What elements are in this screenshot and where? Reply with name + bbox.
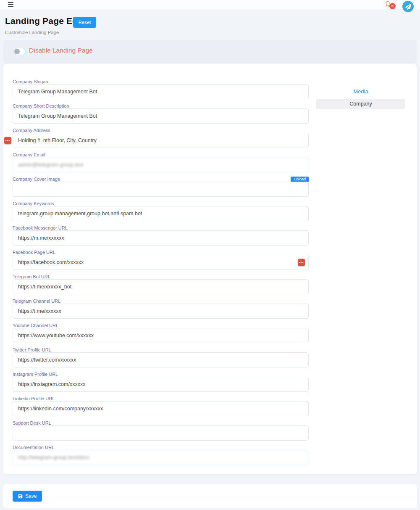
field-input-telegram-channel-url[interactable]: [13, 304, 309, 319]
form-group-support-desk-url: Support Desk URL: [13, 421, 309, 441]
field-label-company-email: Company Email: [13, 153, 45, 157]
form-group-company-slogan: Company Slogan: [13, 79, 309, 99]
form-group-company-short-description: Company Short Description: [13, 104, 309, 124]
field-label-company-address: Company Address: [13, 128, 50, 133]
field-label-telegram-bot-url: Telegram Bot URL: [13, 275, 50, 279]
field-input-company-keywords[interactable]: [13, 206, 309, 221]
side-item-company[interactable]: Company: [316, 99, 405, 109]
form-group-telegram-channel-url: Telegram Channel URL: [13, 299, 309, 319]
form-group-documentation-url: Documentation URL: [13, 445, 309, 465]
form-group-linkedin-profile-url: Linkedin Profile URL: [13, 396, 309, 416]
form-group-facebook-messenger-url: Facebook Messenger URL: [13, 226, 309, 246]
form-group-telegram-bot-url: Telegram Bot URL: [13, 275, 309, 294]
field-label-linkedin-profile-url: Linkedin Profile URL: [13, 396, 55, 401]
telegram-plane-icon: [405, 4, 411, 10]
media-link[interactable]: Media: [353, 88, 368, 95]
form-group-instagram-profile-url: Instagram Profile URL: [13, 372, 309, 392]
field-input-linkedin-profile-url[interactable]: [13, 401, 309, 416]
page-subtitle: Customize Landing Page: [5, 30, 59, 35]
form-fields: Company SloganCompany Short DescriptionC…: [13, 79, 309, 470]
field-label-facebook-messenger-url: Facebook Messenger URL: [13, 226, 68, 230]
topbar: 0: [0, 0, 420, 9]
field-label-company-slogan: Company Slogan: [13, 79, 48, 84]
disable-landing-page-label: Disable Landing Page: [29, 47, 93, 54]
form-group-youtube-channel-url: Youtube Channel URL: [13, 323, 309, 343]
field-label-company-short-description: Company Short Description: [13, 104, 69, 108]
field-input-documentation-url[interactable]: [13, 450, 309, 465]
field-label-documentation-url: Documentation URL: [13, 445, 54, 450]
field-input-company-address[interactable]: [13, 133, 309, 148]
field-input-company-slogan[interactable]: [13, 84, 309, 99]
form-group-company-address: Company Address•••: [13, 128, 309, 148]
notification-badge: 0: [389, 3, 396, 9]
extension-ellipsis-icon[interactable]: •••: [298, 259, 305, 266]
field-label-youtube-channel-url: Youtube Channel URL: [13, 323, 58, 328]
field-input-facebook-page-url[interactable]: [13, 255, 309, 270]
field-input-telegram-bot-url[interactable]: [13, 279, 309, 294]
disable-landing-page-toggle[interactable]: [13, 48, 26, 55]
field-label-company-cover-image: Company Cover Image: [13, 177, 60, 182]
field-label-telegram-channel-url: Telegram Channel URL: [13, 299, 60, 304]
field-input-facebook-messenger-url[interactable]: [13, 230, 309, 246]
field-input-company-email[interactable]: [13, 157, 309, 172]
menu-icon[interactable]: [8, 2, 13, 7]
extension-ellipsis-icon[interactable]: •••: [4, 137, 11, 144]
field-label-support-desk-url: Support Desk URL: [13, 421, 51, 425]
field-label-company-keywords: Company Keywords: [13, 201, 54, 206]
form-group-company-keywords: Company Keywords: [13, 201, 309, 221]
field-label-twitter-profile-url: Twitter Profile URL: [13, 348, 51, 352]
save-button[interactable]: Save: [13, 491, 42, 502]
field-input-company-short-description[interactable]: [13, 108, 309, 124]
side-panel: Media Company: [316, 87, 405, 109]
save-floppy-icon: [18, 494, 23, 499]
field-input-company-cover-image[interactable]: [13, 182, 309, 197]
field-input-youtube-channel-url[interactable]: [13, 328, 309, 343]
reset-button[interactable]: Reset: [73, 17, 96, 28]
telegram-avatar-button[interactable]: [402, 1, 414, 12]
form-group-twitter-profile-url: Twitter Profile URL: [13, 348, 309, 367]
toggle-knob-icon: [14, 49, 20, 54]
form-group-company-cover-image: Company Cover ImageUpload: [13, 177, 309, 197]
field-input-instagram-profile-url[interactable]: [13, 377, 309, 392]
form-group-facebook-page-url: Facebook Page URL•••: [13, 250, 309, 270]
save-button-label: Save: [25, 493, 37, 499]
field-label-instagram-profile-url: Instagram Profile URL: [13, 372, 58, 377]
landing-page-form-card: Company SloganCompany Short DescriptionC…: [3, 64, 417, 474]
field-input-support-desk-url[interactable]: [13, 425, 309, 441]
disable-landing-page-panel: Disable Landing Page: [3, 40, 417, 63]
field-label-facebook-page-url: Facebook Page URL: [13, 250, 55, 255]
footer-bar: Save: [3, 484, 417, 508]
form-group-company-email: Company Email: [13, 153, 309, 172]
field-input-twitter-profile-url[interactable]: [13, 352, 309, 367]
